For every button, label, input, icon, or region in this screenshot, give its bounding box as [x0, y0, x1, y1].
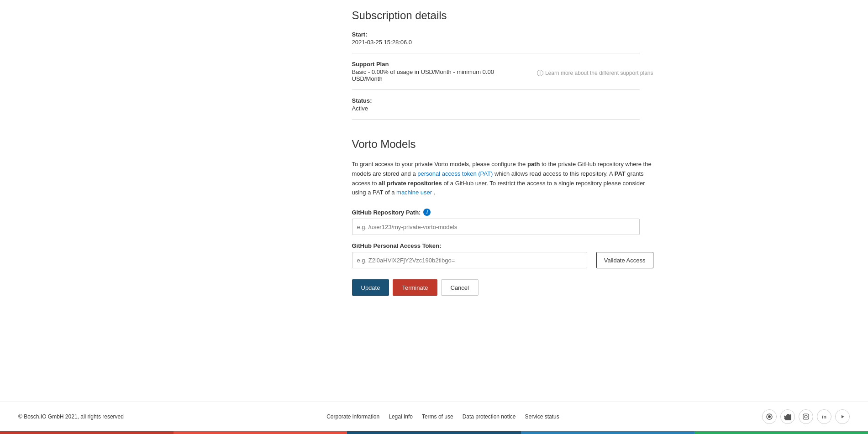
footer-link-terms[interactable]: Terms of use	[422, 413, 453, 420]
support-plan-value: Basic - 0.00% of usage in USD/Month - mi…	[352, 68, 519, 82]
support-plan-info: Support Plan Basic - 0.00% of usage in U…	[352, 61, 519, 82]
github-token-input[interactable]	[352, 252, 587, 268]
divider-3	[352, 119, 640, 120]
status-label: Status:	[352, 97, 653, 104]
social-linkedin-icon[interactable]: in	[817, 409, 831, 424]
main-content: Subscription details Start: 2021-03-25 1…	[215, 0, 653, 402]
svg-rect-2	[803, 414, 809, 419]
social-instagram-icon[interactable]	[799, 409, 813, 424]
social-twitter-icon[interactable]	[780, 409, 795, 424]
footer-bottom-bar	[0, 431, 868, 434]
svg-point-1	[768, 415, 771, 418]
svg-point-4	[807, 415, 808, 415]
machine-user-link[interactable]: machine user	[396, 189, 432, 196]
github-token-label: GitHub Personal Access Token:	[352, 242, 653, 249]
footer-link-corporate[interactable]: Corporate information	[326, 413, 379, 420]
update-button[interactable]: Update	[352, 279, 389, 296]
footer-copyright: © Bosch.IO GmbH 2021, all rights reserve…	[18, 413, 124, 420]
footer-social: in	[762, 409, 850, 424]
footer: © Bosch.IO GmbH 2021, all rights reserve…	[0, 402, 868, 431]
social-youtube-icon[interactable]	[835, 409, 850, 424]
vorto-title: Vorto Models	[352, 138, 653, 151]
desc-part1: To grant access to your private Vorto mo…	[352, 161, 527, 167]
start-block: Start: 2021-03-25 15:28:06.0	[352, 31, 653, 46]
footer-link-legal[interactable]: Legal Info	[389, 413, 413, 420]
pat-link[interactable]: personal access token (PAT)	[417, 170, 493, 177]
social-bosch-icon[interactable]	[762, 409, 777, 424]
learn-more-link[interactable]: i Learn more about the different support…	[537, 70, 653, 76]
divider-2	[352, 89, 640, 90]
github-path-label: GitHub Repository Path: i	[352, 209, 653, 216]
validate-access-button[interactable]: Validate Access	[596, 252, 653, 268]
start-value: 2021-03-25 15:28:06.0	[352, 39, 653, 46]
support-plan-row: Support Plan Basic - 0.00% of usage in U…	[352, 61, 653, 82]
validate-row: Validate Access	[352, 252, 653, 268]
cancel-button[interactable]: Cancel	[441, 279, 479, 296]
footer-link-service-status[interactable]: Service status	[525, 413, 559, 420]
terminate-button[interactable]: Terminate	[393, 279, 437, 296]
linkedin-text: in	[822, 414, 826, 419]
svg-marker-5	[842, 415, 844, 418]
subscription-title: Subscription details	[352, 9, 653, 22]
vorto-description: To grant access to your private Vorto mo…	[352, 160, 653, 198]
github-path-input[interactable]	[352, 219, 640, 235]
desc-all-private: all private repositories	[379, 180, 442, 187]
footer-links: Corporate information Legal Info Terms o…	[326, 413, 559, 420]
desc-path: path	[527, 161, 540, 167]
start-label: Start:	[352, 31, 653, 38]
github-path-info-icon[interactable]: i	[423, 209, 431, 216]
desc-pat-bold: PAT	[615, 170, 626, 177]
footer-link-data-protection[interactable]: Data protection notice	[463, 413, 516, 420]
desc-end: .	[432, 189, 435, 196]
action-buttons: Update Terminate Cancel	[352, 279, 653, 296]
support-plan-label: Support Plan	[352, 61, 519, 68]
page-wrapper: Subscription details Start: 2021-03-25 1…	[0, 0, 868, 434]
divider-1	[352, 53, 640, 53]
subscription-section: Subscription details Start: 2021-03-25 1…	[352, 9, 653, 120]
github-token-group: GitHub Personal Access Token: Validate A…	[352, 242, 653, 268]
desc-part3: which allows read access to this reposit…	[493, 170, 614, 177]
svg-point-3	[805, 415, 807, 418]
vorto-section: Vorto Models To grant access to your pri…	[352, 138, 653, 296]
learn-more-text: Learn more about the different support p…	[545, 70, 653, 76]
status-value: Active	[352, 105, 653, 112]
github-path-group: GitHub Repository Path: i	[352, 209, 653, 235]
info-icon-small: i	[537, 70, 543, 76]
status-block: Status: Active	[352, 97, 653, 112]
